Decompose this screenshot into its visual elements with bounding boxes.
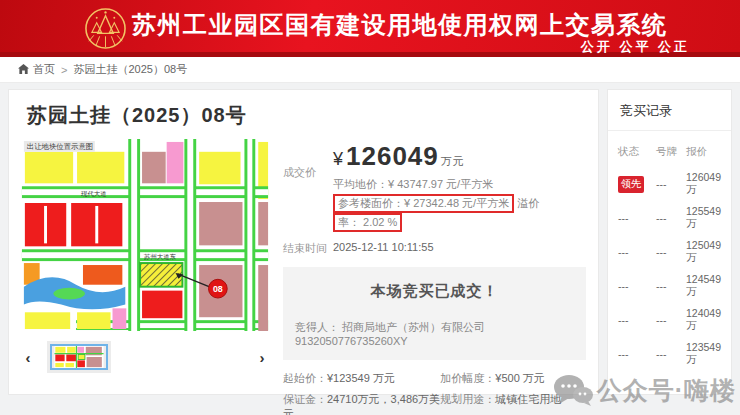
listing-panel: 苏园土挂（2025）08号 bbox=[8, 89, 599, 395]
end-time-row: 结束时间 2025-12-11 10:11:55 bbox=[283, 241, 586, 256]
avg-price-value: ¥ 43747.97 元/平方米 bbox=[388, 178, 493, 190]
site-logo-icon bbox=[84, 7, 127, 50]
end-time-value: 2025-12-11 10:11:55 bbox=[333, 241, 434, 256]
deal-price-row: 成交价 ¥126049万元 平均地价：¥ 43747.97 元/平方米 参考楼面… bbox=[283, 141, 586, 232]
home-icon bbox=[18, 64, 29, 75]
avg-price-label: 平均地价： bbox=[333, 178, 388, 190]
map-road-top-label: 现代大道 bbox=[81, 190, 107, 198]
winner-line: 竞得人： 招商局地产（苏州）有限公司9132050776735260XY bbox=[295, 320, 574, 347]
premium-prefix: 溢价 bbox=[517, 197, 539, 209]
parcel-marker-label: 08 bbox=[213, 284, 223, 294]
bid-row: 领先 ---126049 万 bbox=[608, 167, 731, 201]
price-detail-lines: 平均地价：¥ 43747.97 元/平方米 参考楼面价：¥ 27342.48 元… bbox=[333, 175, 586, 232]
parcel-location-map: 08 出让地块位置示意图 现代大道 苏州大道东 bbox=[21, 139, 269, 331]
bid-record-panel: 竞买记录 状态号牌报价 领先 ---126049 万 ------125549 … bbox=[607, 89, 732, 395]
ref-floor-price-annotation: 参考楼面价：¥ 27342.48 元/平方米 bbox=[333, 194, 514, 213]
page-title: 苏园土挂（2025）08号 bbox=[27, 102, 586, 129]
breadcrumb: 首页 > 苏园土挂（2025）08号 bbox=[0, 57, 740, 83]
bid-row: ------125549 万 bbox=[608, 201, 731, 235]
bid-row: ------124049 万 bbox=[608, 303, 731, 337]
end-time-label: 结束时间 bbox=[283, 241, 333, 256]
bid-record-title: 竞买记录 bbox=[608, 90, 731, 131]
field-start-price: 起始价：¥123549 万元 bbox=[283, 371, 440, 386]
bid-row: ------123549 万 bbox=[608, 337, 731, 371]
map-road-middle-label: 苏州大道东 bbox=[143, 253, 177, 260]
map-caption: 出让地块位置示意图 bbox=[27, 142, 93, 151]
leading-badge: 领先 bbox=[618, 176, 644, 193]
site-slogan: 公开 公平 公正 bbox=[581, 38, 690, 56]
thumbnail-next-arrow[interactable]: › bbox=[255, 349, 269, 366]
breadcrumb-current: 苏园土挂（2025）08号 bbox=[73, 62, 187, 77]
bid-row: ------125049 万 bbox=[608, 235, 731, 269]
deal-info-column: 成交价 ¥126049万元 平均地价：¥ 43747.97 元/平方米 参考楼面… bbox=[283, 139, 586, 415]
deal-price-value: ¥126049万元 bbox=[333, 141, 586, 172]
map-thumbnail-strip: ‹ bbox=[21, 340, 269, 374]
winner-label: 竞得人： bbox=[295, 321, 339, 333]
thumbnail-prev-arrow[interactable]: ‹ bbox=[21, 349, 35, 366]
field-increment: 加价幅度：¥500 万元 bbox=[440, 371, 586, 386]
field-deposit: 保证金：24710万元，3,486万美元 bbox=[283, 392, 440, 415]
app-header: 苏州工业园区国有建设用地使用权网上交易系统 公开 公平 公正 bbox=[0, 0, 740, 57]
map-thumbnail[interactable] bbox=[50, 344, 108, 370]
premium-rate-annotation: 率： 2.02 % bbox=[333, 213, 402, 232]
breadcrumb-separator: > bbox=[61, 64, 67, 76]
result-banner-text: 本场竞买已成交！ bbox=[295, 282, 574, 301]
bid-row: ------124549 万 bbox=[608, 269, 731, 303]
breadcrumb-home-link[interactable]: 首页 bbox=[18, 62, 55, 77]
bid-table-header: 状态号牌报价 bbox=[608, 139, 731, 167]
bid-record-table: 状态号牌报价 领先 ---126049 万 ------125549 万 ---… bbox=[608, 131, 731, 371]
map-column: 08 出让地块位置示意图 现代大道 苏州大道东 ‹ bbox=[21, 139, 269, 415]
field-planned-use: 规划用途：城镇住宅用地 bbox=[440, 392, 586, 415]
auction-result-banner: 本场竞买已成交！ 竞得人： 招商局地产（苏州）有限公司9132050776735… bbox=[283, 267, 586, 360]
deal-price-label: 成交价 bbox=[283, 141, 333, 232]
content-area: 苏园土挂（2025）08号 bbox=[0, 83, 740, 401]
site-title: 苏州工业园区国有建设用地使用权网上交易系统 bbox=[132, 9, 668, 41]
listing-fields: 起始价：¥123549 万元 加价幅度：¥500 万元 保证金：24710万元，… bbox=[283, 371, 586, 415]
